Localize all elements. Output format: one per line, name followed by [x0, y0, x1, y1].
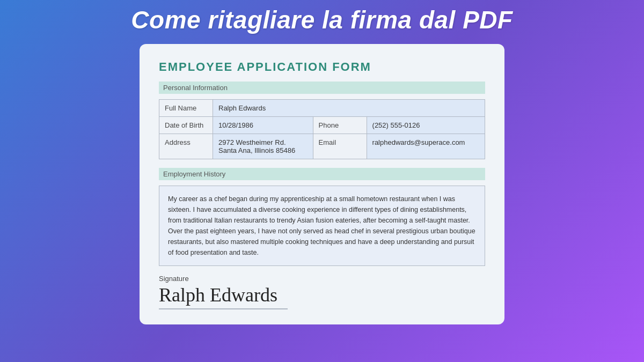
form-title: EMPLOYEE APPLICATION FORM	[159, 60, 485, 74]
phone-value: (252) 555-0126	[367, 117, 485, 134]
signature-value: Ralph Edwards	[159, 285, 485, 306]
address-value: 2972 Westheimer Rd. Santa Ana, Illinois …	[213, 134, 313, 159]
email-label: Email	[313, 134, 367, 159]
dob-value: 10/28/1986	[213, 117, 313, 134]
email-value: ralphedwards@superace.com	[367, 134, 485, 159]
form-container: EMPLOYEE APPLICATION FORM Personal Infor…	[140, 44, 504, 324]
address-label: Address	[159, 134, 213, 159]
full-name-label: Full Name	[159, 100, 213, 117]
full-name-value: Ralph Edwards	[213, 100, 485, 117]
employment-history-header: Employment History	[159, 168, 485, 180]
signature-label: Signature	[159, 275, 485, 283]
table-row: Date of Birth 10/28/1986 Phone (252) 555…	[159, 117, 485, 134]
personal-information-header: Personal Information	[159, 82, 485, 94]
phone-label: Phone	[313, 117, 367, 134]
table-row: Address 2972 Westheimer Rd. Santa Ana, I…	[159, 134, 485, 159]
employment-history-text: My career as a chef began during my appr…	[159, 186, 485, 266]
dob-label: Date of Birth	[159, 117, 213, 134]
personal-info-table: Full Name Ralph Edwards Date of Birth 10…	[159, 99, 485, 159]
table-row: Full Name Ralph Edwards	[159, 100, 485, 117]
page-title: Come ritagliare la firma dal PDF	[131, 5, 513, 34]
signature-line	[159, 308, 288, 309]
signature-section: Signature Ralph Edwards	[159, 275, 485, 309]
